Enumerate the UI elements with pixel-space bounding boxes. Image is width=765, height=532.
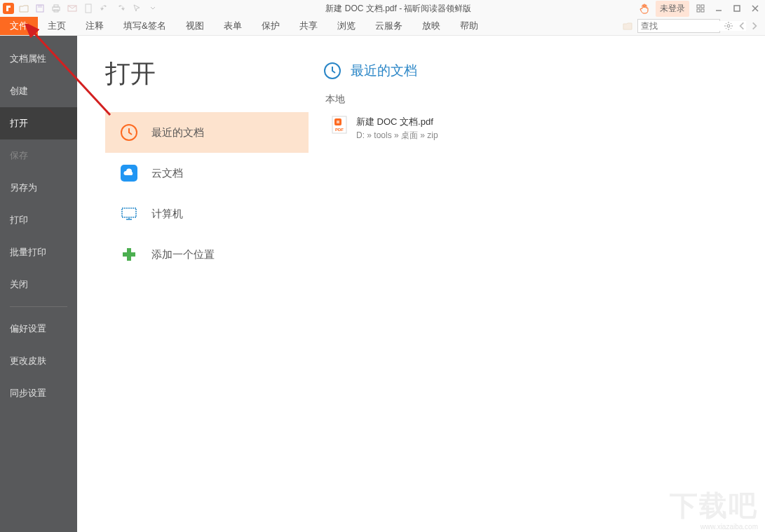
source-label: 添加一个位置 bbox=[151, 248, 215, 261]
source-label: 最近的文档 bbox=[151, 126, 204, 139]
sidebar-item-sync[interactable]: 同步设置 bbox=[0, 377, 77, 409]
print-icon[interactable] bbox=[49, 1, 63, 15]
clock-icon bbox=[119, 123, 139, 142]
svg-point-15 bbox=[727, 25, 730, 27]
title-text: 新建 DOC 文档.pdf - 福昕阅读器领鲜版 bbox=[160, 3, 637, 15]
svg-rect-3 bbox=[54, 5, 58, 7]
plus-icon bbox=[119, 245, 139, 264]
menu-tab-fill[interactable]: 填写&签名 bbox=[114, 17, 176, 35]
menu-tab-cloud[interactable]: 云服务 bbox=[365, 17, 412, 35]
menu-tab-play[interactable]: 放映 bbox=[412, 17, 450, 35]
email-icon[interactable] bbox=[65, 1, 79, 15]
svg-rect-12 bbox=[734, 6, 740, 11]
close-icon[interactable] bbox=[748, 1, 762, 15]
login-button[interactable]: 未登录 bbox=[656, 1, 689, 17]
sidebar-divider bbox=[10, 306, 67, 307]
sidebar-item-saveas[interactable]: 另存为 bbox=[0, 172, 77, 204]
open-sources-panel: 打开 最近的文档 云文档 计算机 添加一个位置 bbox=[77, 36, 309, 532]
source-label: 计算机 bbox=[151, 207, 183, 221]
next-arrow-icon[interactable] bbox=[750, 21, 759, 31]
svg-text:PDF: PDF bbox=[335, 128, 344, 132]
sidebar-item-open[interactable]: 打开 bbox=[0, 107, 77, 139]
svg-rect-9 bbox=[697, 9, 700, 12]
file-name: 新建 DOC 文档.pdf bbox=[356, 116, 438, 128]
undo-icon[interactable] bbox=[97, 1, 111, 15]
sidebar-item-properties[interactable]: 文档属性 bbox=[0, 43, 77, 75]
sidebar-item-create[interactable]: 创建 bbox=[0, 75, 77, 107]
menu-tab-view[interactable]: 视图 bbox=[176, 17, 214, 35]
menu-tab-help[interactable]: 帮助 bbox=[450, 17, 488, 35]
recent-files-panel: 最近的文档 本地 PDF 新建 DOC 文档.pdf D: » tools » … bbox=[309, 36, 765, 532]
menu-tab-comment[interactable]: 注释 bbox=[76, 17, 114, 35]
open-icon[interactable] bbox=[17, 1, 31, 15]
folder-icon[interactable] bbox=[621, 19, 635, 33]
sidebar-item-batchprint[interactable]: 批量打印 bbox=[0, 236, 77, 268]
cloud-icon bbox=[119, 163, 139, 183]
source-cloud[interactable]: 云文档 bbox=[105, 153, 309, 193]
menu-bar: 文件 主页 注释 填写&签名 视图 表单 保护 共享 浏览 云服务 放映 帮助 bbox=[0, 17, 765, 36]
watermark: 下载吧 bbox=[670, 486, 758, 525]
qat-dropdown-icon[interactable] bbox=[146, 1, 160, 15]
menu-tab-protect[interactable]: 保护 bbox=[252, 17, 290, 35]
search-box[interactable] bbox=[637, 19, 720, 33]
quick-access-toolbar bbox=[17, 1, 160, 15]
new-icon[interactable] bbox=[81, 1, 95, 15]
cursor-icon[interactable] bbox=[130, 1, 144, 15]
redo-icon[interactable] bbox=[114, 1, 128, 15]
section-label: 本地 bbox=[323, 93, 751, 106]
sidebar-item-skin[interactable]: 更改皮肤 bbox=[0, 345, 77, 377]
sidebar-item-print[interactable]: 打印 bbox=[0, 204, 77, 236]
app-logo bbox=[3, 3, 14, 14]
watermark-sub: www.xiazaiba.com bbox=[700, 523, 758, 531]
menu-tab-form[interactable]: 表单 bbox=[214, 17, 252, 35]
svg-rect-7 bbox=[697, 5, 700, 8]
panel-title: 最近的文档 bbox=[351, 62, 417, 80]
sidebar-item-close[interactable]: 关闭 bbox=[0, 268, 77, 301]
touch-mode-icon[interactable] bbox=[637, 1, 651, 15]
expand-icon[interactable] bbox=[693, 1, 708, 15]
menu-tab-share[interactable]: 共享 bbox=[290, 17, 327, 35]
svg-rect-1 bbox=[38, 5, 42, 8]
save-icon[interactable] bbox=[33, 1, 47, 15]
computer-icon bbox=[119, 204, 139, 224]
svg-rect-6 bbox=[86, 4, 91, 13]
svg-rect-10 bbox=[701, 9, 704, 12]
gear-icon[interactable] bbox=[723, 20, 734, 32]
minimize-icon[interactable] bbox=[712, 1, 726, 15]
file-sidebar: 文档属性 创建 打开 保存 另存为 打印 批量打印 关闭 偏好设置 更改皮肤 同… bbox=[0, 36, 77, 532]
sidebar-item-save: 保存 bbox=[0, 139, 77, 172]
prev-arrow-icon[interactable] bbox=[737, 21, 747, 31]
sidebar-item-preferences[interactable]: 偏好设置 bbox=[0, 313, 77, 345]
source-label: 云文档 bbox=[151, 167, 183, 180]
source-computer[interactable]: 计算机 bbox=[105, 193, 309, 234]
page-title: 打开 bbox=[105, 57, 309, 91]
svg-rect-18 bbox=[122, 208, 136, 217]
clock-icon bbox=[323, 61, 342, 81]
file-item[interactable]: PDF 新建 DOC 文档.pdf D: » tools » 桌面 » zip bbox=[323, 113, 751, 144]
menu-tab-home[interactable]: 主页 bbox=[38, 17, 76, 35]
file-path: D: » tools » 桌面 » zip bbox=[356, 130, 438, 142]
menu-tab-file[interactable]: 文件 bbox=[0, 17, 38, 35]
pdf-file-icon: PDF bbox=[331, 116, 348, 134]
source-add-location[interactable]: 添加一个位置 bbox=[105, 234, 309, 275]
title-bar: 新建 DOC 文档.pdf - 福昕阅读器领鲜版 未登录 bbox=[0, 0, 765, 17]
source-recent[interactable]: 最近的文档 bbox=[105, 112, 309, 153]
maximize-icon[interactable] bbox=[730, 1, 744, 15]
svg-rect-8 bbox=[701, 5, 704, 8]
menu-tab-browse[interactable]: 浏览 bbox=[327, 17, 365, 35]
